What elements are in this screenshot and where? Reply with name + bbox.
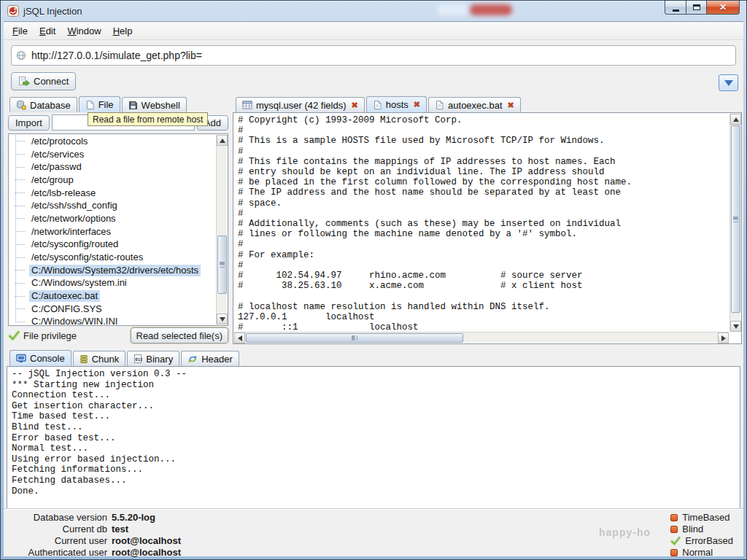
status-label: Authenticated user [4, 547, 107, 559]
tree-line [15, 257, 25, 258]
close-tab-icon[interactable]: ✖ [352, 101, 358, 109]
scrollbar-thumb[interactable] [217, 236, 227, 295]
file-tree-item[interactable]: /etc/protocols [9, 135, 216, 148]
file-tree: /etc/protocols/etc/services/etc/passwd/e… [9, 135, 216, 325]
tab-webshell[interactable]: Webshell [122, 97, 187, 112]
tab-label: File [98, 99, 114, 110]
menu-file[interactable]: File [7, 23, 34, 39]
result-tabs: mysql.user (42 fields) ✖ hosts ✖ autoexe… [233, 96, 742, 112]
file-tree-scrollbar[interactable] [216, 135, 227, 324]
file-tree-item[interactable]: /etc/lsb-release [9, 187, 216, 200]
scroll-up-button[interactable] [730, 114, 741, 125]
read-selected-files-button[interactable]: Read selected file(s) [131, 327, 229, 343]
scroll-right-button[interactable] [718, 332, 729, 343]
tab-label: mysql.user (42 fields) [256, 100, 347, 111]
content-vertical-scrollbar[interactable] [729, 114, 740, 332]
scroll-down-button[interactable] [730, 321, 741, 332]
url-input[interactable] [30, 49, 731, 62]
tab-label: Binary [146, 354, 173, 365]
console-tabs: Console Chunk 010 Binary [7, 350, 740, 366]
import-button[interactable]: Import [8, 115, 50, 131]
tab-hosts[interactable]: hosts ✖ [366, 96, 427, 112]
console-output[interactable]: -- jSQL Injection version 0.3 -- *** Sta… [7, 366, 740, 510]
scroll-left-button[interactable] [234, 332, 245, 343]
tab-autoexec[interactable]: autoexec.bat ✖ [428, 97, 521, 112]
hosts-file-content: # Copyright (c) 1993-2009 Microsoft Corp… [233, 113, 741, 335]
menu-bar: File Edit Window Help [4, 23, 743, 40]
database-version-value: 5.5.20-log [112, 512, 181, 524]
svg-text:010: 010 [135, 357, 142, 362]
file-tree-item[interactable]: /network/interfaces [9, 225, 216, 238]
arrow-down-icon [220, 317, 225, 322]
tab-binary[interactable]: 010 Binary [127, 351, 179, 366]
tree-line [15, 179, 25, 180]
file-icon [373, 100, 382, 110]
green-check-icon [670, 537, 681, 545]
file-tree-item[interactable]: C:/Windows/WIN.INI [9, 316, 216, 326]
client-area: File Edit Window Help Connect [4, 21, 743, 556]
file-icon [435, 100, 444, 110]
tab-header[interactable]: Header [181, 351, 239, 366]
scroll-down-button[interactable] [217, 314, 228, 324]
titlebar[interactable]: jSQL Injection ✕ [1, 1, 746, 21]
tree-line [15, 218, 25, 219]
tab-file[interactable]: File [79, 96, 120, 112]
scroll-up-button[interactable] [217, 135, 228, 146]
file-tree-item[interactable]: C:/CONFIG.SYS [9, 303, 216, 316]
app-window: jSQL Injection ✕ File Edit Window Help C… [0, 0, 747, 560]
tree-line [15, 154, 25, 155]
arrow-up-icon [220, 139, 225, 143]
maximize-icon [693, 4, 700, 10]
left-tabs: Database File Webshell [7, 96, 230, 112]
close-button[interactable]: ✕ [706, 1, 740, 15]
file-tree-item[interactable]: /etc/services [9, 148, 216, 161]
tab-mysql-user[interactable]: mysql.user (42 fields) ✖ [236, 97, 365, 112]
scrollbar-thumb[interactable] [731, 125, 740, 313]
file-tree-item[interactable]: C:/autoexec.bat [9, 289, 216, 303]
indicator-timebased: TimeBased [670, 512, 733, 524]
menu-help[interactable]: Help [107, 23, 139, 39]
arrow-left-icon [238, 335, 242, 341]
menu-edit[interactable]: Edit [34, 23, 61, 39]
close-icon: ✕ [719, 3, 727, 12]
connect-button[interactable]: Connect [11, 72, 76, 90]
menu-window[interactable]: Window [61, 23, 107, 39]
file-tree-item[interactable]: /etc/ssh/sshd_config [9, 199, 216, 212]
maximize-button[interactable] [686, 1, 707, 15]
file-tree-item[interactable]: /etc/passwd [9, 160, 216, 174]
arrow-right-icon [721, 335, 726, 341]
check-icon [8, 331, 20, 341]
file-tree-item[interactable]: /etc/network/options [9, 212, 216, 225]
close-tab-icon[interactable]: ✖ [508, 101, 514, 109]
console-text: -- jSQL Injection version 0.3 -- *** Sta… [7, 367, 740, 499]
thumb-grip [352, 335, 357, 341]
webshell-icon [128, 101, 138, 110]
content-horizontal-scrollbar[interactable] [234, 332, 729, 343]
tab-chunk[interactable]: Chunk [73, 351, 126, 366]
file-tree-item[interactable]: C:/Windows/System32/drivers/etc/hosts [9, 264, 216, 277]
expand-panel-button[interactable] [719, 74, 738, 91]
tab-label: Header [201, 354, 233, 365]
file-tree-item[interactable]: /etc/sysconfig/routed [9, 238, 216, 252]
tab-console[interactable]: Console [9, 350, 71, 366]
connect-icon [18, 76, 30, 87]
table-icon [242, 101, 252, 109]
window-controls: ✕ [665, 1, 740, 15]
scrollbar-thumb[interactable] [246, 333, 463, 343]
current-db-value: test [112, 524, 181, 535]
file-tree-item[interactable]: C:/Windows/system.ini [9, 277, 216, 290]
thumb-grip [733, 217, 738, 222]
file-privilege-label: File privilege [23, 330, 127, 341]
connect-label: Connect [34, 76, 69, 87]
tree-line [15, 231, 25, 232]
minimize-button[interactable] [665, 1, 686, 15]
close-tab-icon[interactable]: ✖ [414, 101, 420, 109]
file-tree-item[interactable]: /etc/group [9, 174, 216, 187]
tree-line [15, 141, 25, 141]
tab-database[interactable]: Database [9, 97, 77, 112]
file-content-area[interactable]: # Copyright (c) 1993-2009 Microsoft Corp… [233, 112, 742, 344]
tab-label: Chunk [92, 354, 120, 365]
tab-label: Console [30, 353, 65, 364]
current-user-value: root@localhost [112, 535, 181, 547]
file-tree-item[interactable]: /etc/sysconfig/static-routes [9, 251, 216, 264]
